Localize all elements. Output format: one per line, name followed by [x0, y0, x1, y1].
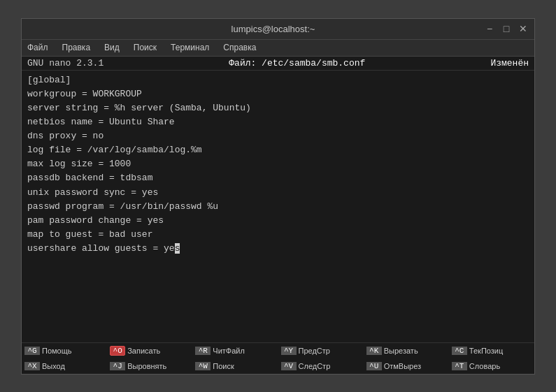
cmd-exit[interactable]: ^X Выход — [22, 362, 107, 370]
editor-line-cursor: usershare allow guests = yes — [27, 242, 529, 256]
cmd-label-nextpage: СледСтр — [299, 362, 331, 370]
nano-status: Изменён — [490, 58, 529, 68]
cmd-label-cut: Вырезать — [384, 347, 418, 355]
cmd-label-prevpage: ПредСтр — [299, 347, 330, 355]
cmd-readfile[interactable]: ^R ЧитФайл — [192, 347, 278, 355]
close-button[interactable]: ✕ — [518, 23, 529, 34]
cmd-key-c: ^C — [452, 347, 467, 355]
cmd-label-readfile: ЧитФайл — [213, 347, 245, 355]
editor-line: max log size = 1000 — [27, 157, 529, 171]
editor-line: server string = %h server (Samba, Ubuntu… — [27, 101, 529, 115]
cmd-label-uncut: ОтмВырез — [384, 362, 421, 370]
cmd-key-g: ^G — [24, 347, 40, 355]
cmd-key-o: ^O — [110, 346, 125, 356]
text-cursor: s — [175, 243, 180, 254]
menu-help[interactable]: Справка — [220, 41, 259, 54]
cmd-search[interactable]: ^W Поиск — [192, 362, 278, 370]
cmd-label-curpos: ТекПозиц — [469, 347, 503, 355]
cmd-key-k: ^K — [366, 347, 382, 355]
editor-line: dns proxy = no — [27, 129, 529, 143]
cmd-key-u: ^U — [366, 362, 382, 370]
editor-line: map to guest = bad user — [27, 228, 529, 242]
cmd-key-w: ^W — [195, 362, 211, 370]
cmd-key-v: ^V — [281, 362, 297, 370]
cmd-key-t: ^T — [452, 362, 467, 370]
cmd-uncut[interactable]: ^U ОтмВырез — [364, 362, 449, 370]
editor-area[interactable]: [global] workgroup = WORKGROUP server st… — [22, 71, 534, 342]
editor-line: workgroup = WORKGROUP — [27, 87, 529, 101]
editor-line: netbios name = Ubuntu Share — [27, 115, 529, 129]
maximize-button[interactable]: □ — [501, 23, 512, 34]
footer-row-2: ^X Выход ^J Выровнять ^W Поиск ^V СледСт… — [22, 358, 534, 374]
cmd-write[interactable]: ^O Записать — [107, 346, 192, 356]
menu-view[interactable]: Вид — [101, 41, 122, 54]
cmd-label-write: Записать — [127, 347, 160, 355]
menu-terminal[interactable]: Терминал — [168, 41, 212, 54]
footer-row-1: ^G Помощь ^O Записать ^R ЧитФайл ^Y Пред… — [22, 343, 534, 358]
editor-line: log file = /var/log/samba/log.%m — [27, 143, 529, 157]
nano-version: GNU nano 2.3.1 — [27, 58, 104, 68]
window-controls: − □ ✕ — [484, 23, 529, 34]
editor-line: unix password sync = yes — [27, 186, 529, 200]
cmd-label-exit: Выход — [42, 362, 65, 370]
cmd-nextpage[interactable]: ^V СледСтр — [278, 362, 364, 370]
cmd-spell[interactable]: ^T Словарь — [449, 362, 534, 370]
editor-line: passdb backend = tdbsam — [27, 171, 529, 185]
menu-edit[interactable]: Правка — [59, 41, 94, 54]
cmd-prevpage[interactable]: ^Y ПредСтр — [278, 347, 364, 355]
cmd-justify[interactable]: ^J Выровнять — [107, 362, 192, 370]
cmd-label-help: Помощь — [42, 347, 72, 355]
cmd-cut[interactable]: ^K Вырезать — [364, 347, 449, 355]
menu-search[interactable]: Поиск — [131, 41, 159, 54]
editor-line: pam password change = yes — [27, 214, 529, 228]
cmd-key-x: ^X — [24, 362, 40, 370]
title-bar: lumpics@localhost:~ − □ ✕ — [22, 19, 534, 40]
cmd-help[interactable]: ^G Помощь — [22, 347, 107, 355]
menu-bar: Файл Правка Вид Поиск Терминал Справка — [22, 40, 534, 57]
cmd-label-justify: Выровнять — [127, 362, 166, 370]
editor-line: [global] — [27, 73, 529, 87]
cmd-key-j: ^J — [110, 362, 125, 370]
cmd-label-spell: Словарь — [469, 362, 500, 370]
nano-header: GNU nano 2.3.1 Файл: /etc/samba/smb.conf… — [22, 57, 534, 71]
cmd-label-search: Поиск — [213, 362, 234, 370]
cmd-curpos[interactable]: ^C ТекПозиц — [449, 347, 534, 355]
nano-filename: Файл: /etc/samba/smb.conf — [229, 58, 365, 68]
window-title: lumpics@localhost:~ — [62, 24, 484, 34]
footer: ^G Помощь ^O Записать ^R ЧитФайл ^Y Пред… — [22, 342, 534, 374]
minimize-button[interactable]: − — [484, 23, 495, 34]
menu-file[interactable]: Файл — [24, 41, 51, 54]
terminal-window: lumpics@localhost:~ − □ ✕ Файл Правка Ви… — [21, 18, 535, 375]
editor-line: passwd program = /usr/bin/passwd %u — [27, 200, 529, 214]
cmd-key-r: ^R — [195, 347, 211, 355]
cmd-key-y: ^Y — [281, 347, 297, 355]
